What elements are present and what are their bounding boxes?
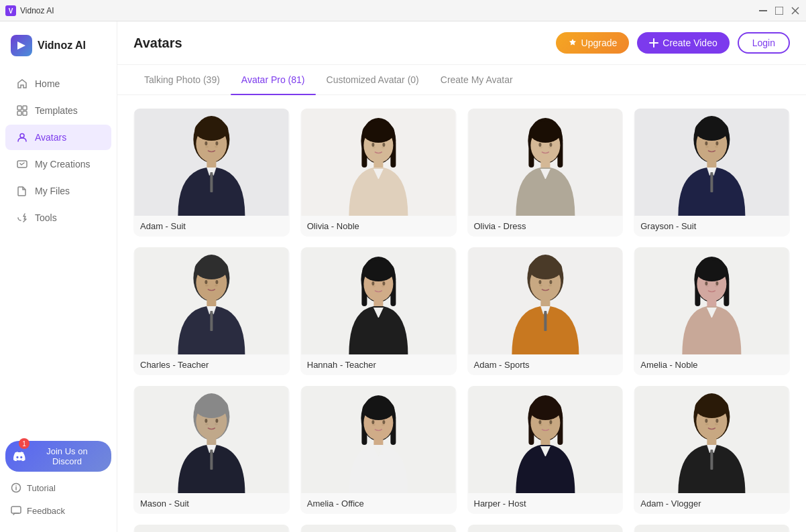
svg-point-14 (15, 485, 17, 486)
avatar-image (300, 386, 457, 493)
svg-point-47 (548, 147, 551, 149)
svg-point-105 (194, 397, 228, 418)
svg-rect-8 (23, 106, 27, 110)
svg-point-35 (372, 147, 376, 149)
sidebar-item-my-files-label: My Files (35, 186, 70, 196)
avatar-card[interactable]: Adam - Shirt (133, 525, 290, 532)
avatar-card[interactable]: Jeffrey - Business (467, 525, 624, 532)
svg-point-25 (215, 146, 218, 148)
avatar-card[interactable]: Adam - Vlogger (634, 386, 790, 514)
svg-point-108 (205, 423, 209, 425)
tab-talking-photo[interactable]: Talking Photo (39) (133, 65, 231, 94)
svg-point-120 (382, 424, 385, 426)
svg-point-110 (205, 419, 207, 423)
sidebar-item-avatars-label: Avatars (35, 132, 66, 143)
avatar-card[interactable]: Amelia - Office (300, 386, 457, 514)
sidebar-item-my-creations[interactable]: My Creations (5, 151, 111, 177)
avatar-card[interactable]: Amelia - Noble (634, 247, 790, 375)
svg-rect-7 (17, 106, 21, 110)
avatar-image (133, 525, 290, 532)
avatar-card[interactable]: Grayson - Suit (634, 109, 790, 237)
svg-rect-165 (468, 525, 622, 532)
sidebar-item-tools-label: Tools (35, 212, 57, 223)
svg-point-130 (538, 424, 542, 426)
svg-rect-144 (134, 525, 288, 532)
avatar-card[interactable]: Jacob - Hoodie (634, 525, 790, 532)
tab-create-my-avatar[interactable]: Create My Avatar (430, 65, 524, 94)
svg-point-122 (382, 420, 385, 424)
svg-point-119 (372, 424, 376, 426)
avatar-name: Mason - Suit (133, 493, 290, 514)
sidebar-item-my-creations-label: My Creations (35, 159, 90, 170)
discord-label: Join Us on Discord (31, 446, 103, 466)
titlebar-left: V Vidnoz AI (5, 5, 54, 16)
feedback-label: Feedback (27, 506, 65, 516)
avatar-name: Amelia - Noble (634, 354, 790, 375)
sidebar-item-avatars[interactable]: Avatars (5, 125, 111, 150)
sidebar-item-tools[interactable]: Tools (5, 205, 111, 230)
files-icon (16, 185, 28, 197)
sidebar-logo: Vidnoz AI (0, 27, 117, 70)
avatar-card[interactable]: Hannah - Teacher (300, 247, 457, 375)
sidebar-item-home[interactable]: Home (5, 71, 111, 96)
page-title: Avatars (133, 36, 182, 51)
tab-customized[interactable]: Customized Avatar (0) (316, 65, 430, 94)
svg-point-21 (194, 119, 228, 141)
app-logo-small: V (5, 5, 16, 16)
minimize-button[interactable] (758, 5, 768, 16)
svg-point-99 (715, 285, 718, 287)
avatar-image (133, 386, 290, 493)
titlebar-controls (758, 5, 801, 16)
svg-rect-2 (759, 10, 767, 11)
tutorial-label: Tutorial (27, 483, 56, 493)
sidebar-nav: Home Templates Avatars My Creations (0, 70, 117, 436)
svg-point-53 (695, 119, 729, 141)
svg-point-121 (371, 420, 374, 424)
svg-point-66 (205, 285, 209, 287)
avatar-card[interactable]: Harper - Host (467, 386, 624, 514)
svg-point-132 (538, 420, 541, 424)
svg-point-78 (382, 285, 385, 287)
sidebar-item-templates[interactable]: Templates (5, 98, 111, 123)
tab-avatar-pro[interactable]: Avatar Pro (81) (231, 65, 316, 94)
login-button[interactable]: Login (738, 32, 790, 54)
svg-rect-55 (711, 172, 713, 192)
upgrade-button[interactable]: Upgrade (556, 32, 630, 54)
create-video-button[interactable]: Create Video (637, 32, 729, 54)
svg-point-48 (538, 143, 541, 147)
svg-point-117 (362, 399, 394, 420)
sidebar-footer: 1 Join Us on Discord Tutorial Feedback (0, 436, 117, 527)
avatar-name: Grayson - Suit (634, 216, 790, 237)
avatar-card[interactable]: Olivia - Dress (467, 109, 624, 237)
discord-badge: 1 (19, 438, 30, 449)
close-button[interactable] (790, 5, 801, 16)
svg-point-27 (215, 141, 218, 145)
tutorial-link[interactable]: Tutorial (5, 477, 111, 498)
sidebar-item-home-label: Home (35, 78, 60, 89)
avatar-card[interactable]: Adam - Suit (133, 109, 290, 237)
avatar-image (467, 247, 624, 354)
avatar-name: Adam - Sports (467, 354, 624, 375)
svg-point-38 (382, 143, 385, 147)
maximize-button[interactable] (774, 5, 785, 16)
discord-button[interactable]: 1 Join Us on Discord (5, 441, 111, 472)
tools-icon (16, 212, 28, 224)
sidebar-item-my-files[interactable]: My Files (5, 178, 111, 204)
templates-icon (16, 105, 28, 117)
avatar-card[interactable]: Charles - Teacher (133, 247, 290, 375)
svg-point-141 (715, 423, 718, 425)
avatar-card[interactable]: Adam - Sports (467, 247, 624, 375)
avatars-icon (16, 131, 28, 143)
svg-point-111 (215, 419, 218, 423)
svg-point-63 (194, 258, 228, 279)
avatar-grid: Adam - Suit Olivia - Noble (133, 109, 790, 532)
svg-point-89 (538, 280, 541, 284)
feedback-link[interactable]: Feedback (5, 500, 111, 521)
svg-point-67 (215, 285, 218, 287)
svg-point-58 (705, 141, 708, 145)
avatar-card[interactable]: Mason - Suit (133, 386, 290, 514)
svg-point-46 (538, 147, 542, 149)
avatar-card[interactable]: Olivia - Noble (300, 109, 457, 237)
svg-point-59 (716, 141, 719, 145)
avatar-card[interactable]: Hannah - Staff (300, 525, 457, 532)
